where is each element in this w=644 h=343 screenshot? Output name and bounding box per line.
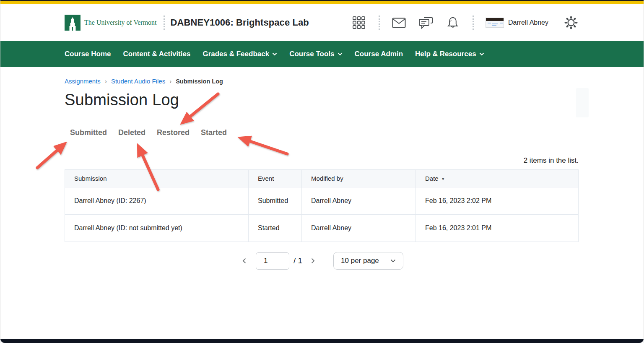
app-grid-button[interactable] [352,16,366,29]
breadcrumb-chevron-icon: › [105,78,107,85]
chat-icon [418,16,434,29]
table-header-row: Submission Event Modified by Date▼ [65,170,579,187]
sort-descending-icon: ▼ [441,177,445,181]
institution-name[interactable]: The University of Vermont [84,19,157,26]
notifications-button[interactable] [446,16,460,29]
breadcrumb-assignments[interactable]: Assignments [65,78,101,85]
nav-item-course-home[interactable]: Course Home [65,50,111,58]
page-title: Submission Log [65,91,579,109]
tower-icon [68,17,77,31]
list-summary: 2 items in the list. [65,156,579,165]
cell-submission: Darrell Abney (ID: not submitted yet) [65,215,249,242]
cell-date: Feb 16, 2023 2:01 PM [416,215,579,242]
course-navbar: Course Home Content & Activities Grades … [0,41,644,67]
chevron-down-icon [272,52,277,56]
top-accent-bar [0,1,644,4]
window-bottom-bar [0,339,644,343]
column-header-date[interactable]: Date▼ [416,170,579,187]
table-row: Darrell Abney (ID: not submitted yet) St… [65,215,579,242]
header-divider [164,16,165,30]
chevron-down-icon [338,52,343,56]
column-header-modified-by[interactable]: Modified by [302,170,416,187]
settings-button[interactable] [564,16,578,30]
user-avatar-thumbnail[interactable] [486,18,504,28]
page-total-label: / 1 [293,256,302,265]
nav-item-course-tools[interactable]: Course Tools [289,50,342,58]
table-row: Darrell Abney (ID: 2267) Submitted Darre… [65,187,579,215]
submission-log-table: Submission Event Modified by Date▼ Darre… [65,169,579,242]
bell-icon [446,16,460,29]
chevron-down-icon [479,52,484,56]
nav-item-content-activities[interactable]: Content & Activities [123,50,191,58]
gear-icon [564,16,578,30]
minibar-header: The University of Vermont DABNEY1006: Br… [0,4,644,41]
column-header-submission[interactable]: Submission [65,170,249,187]
cell-event: Started [249,215,302,242]
cell-event: Submitted [249,187,302,215]
breadcrumb-current: Submission Log [176,78,223,85]
filter-tab-submitted[interactable]: Submitted [70,128,107,137]
breadcrumb: Assignments › Student Audio Files › Subm… [65,78,579,85]
nav-item-help-resources[interactable]: Help & Resources [415,50,484,58]
main-content: Assignments › Student Audio Files › Subm… [0,67,644,270]
filter-tab-deleted[interactable]: Deleted [118,128,145,137]
filter-tab-restored[interactable]: Restored [157,128,190,137]
user-name[interactable]: Darrell Abney [508,19,548,26]
header-divider [379,16,380,30]
email-icon [392,18,406,28]
filter-tab-started[interactable]: Started [201,128,227,137]
breadcrumb-student-audio-files[interactable]: Student Audio Files [111,78,165,85]
page-number-input[interactable] [256,252,289,270]
uvm-logo[interactable] [65,15,80,31]
cell-date: Feb 16, 2023 2:02 PM [416,187,579,215]
course-title: DABNEY1006: Brightspace Lab [171,17,309,28]
browser-viewport: The University of Vermont DABNEY1006: Br… [0,0,644,343]
cell-modified-by: Darrell Abney [302,187,416,215]
pagination: / 1 10 per page [65,252,579,270]
app-grid-icon [352,16,366,29]
email-button[interactable] [392,18,406,28]
next-page-button[interactable] [308,256,317,266]
per-page-select[interactable]: 10 per page [333,252,403,270]
nav-item-course-admin[interactable]: Course Admin [355,50,403,58]
column-header-event[interactable]: Event [249,170,302,187]
scrollbar-thumb[interactable] [576,88,589,117]
previous-page-button[interactable] [240,256,249,266]
header-divider [473,16,474,30]
chat-button[interactable] [418,16,434,29]
breadcrumb-chevron-icon: › [169,78,171,85]
chevron-left-icon [242,257,247,264]
avatar-thumbnail-bar [486,18,504,21]
event-filter-tabs: Submitted Deleted Restored Started [70,128,579,137]
chevron-right-icon [310,257,316,264]
per-page-value: 10 per page [341,257,379,265]
nav-item-grades-feedback[interactable]: Grades & Feedback [203,50,277,58]
cell-submission: Darrell Abney (ID: 2267) [65,187,249,215]
cell-modified-by: Darrell Abney [302,215,416,242]
chevron-down-icon [390,259,396,263]
